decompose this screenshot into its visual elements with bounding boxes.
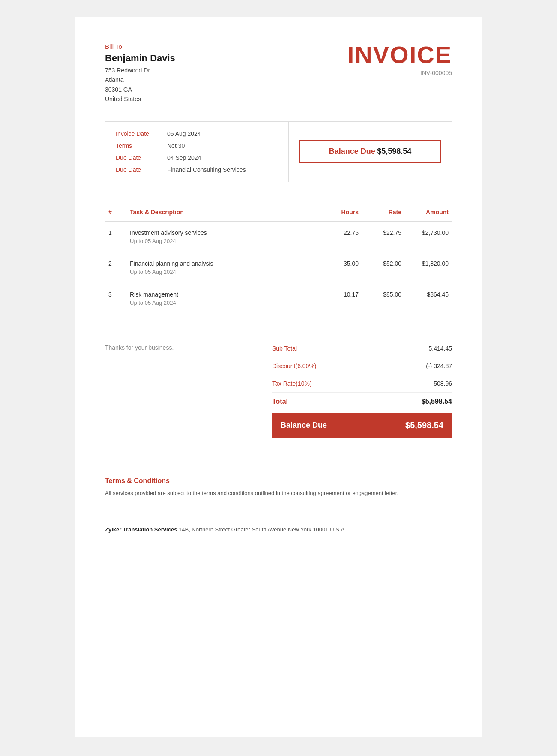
balance-due-box: Balance Due $5,598.54 <box>299 140 441 163</box>
client-name: Benjamin Davis <box>105 53 175 64</box>
col-header-hours: Hours <box>319 204 362 221</box>
page-footer: Zylker Translation Services 14B, Norther… <box>105 519 452 533</box>
balance-due-footer-label: Balance Due <box>281 421 327 430</box>
balance-due-footer-amount: $5,598.54 <box>405 420 443 430</box>
meta-value-subject: Financial Consulting Services <box>167 166 246 173</box>
meta-value-terms: Net 30 <box>167 142 185 149</box>
meta-value-due-date: 04 Sep 2024 <box>167 154 201 161</box>
meta-right: Balance Due $5,598.54 <box>289 122 452 182</box>
item-description: Investment advisory services Up to 05 Au… <box>126 221 319 252</box>
meta-label-terms: Terms <box>116 142 167 149</box>
invoice-page: Bill To Benjamin Davis 753 Redwood Dr At… <box>75 17 482 737</box>
thanks-message: Thanks for your business. <box>105 340 174 351</box>
item-number: 2 <box>105 252 126 283</box>
address-line3: 30301 GA <box>105 86 132 93</box>
bill-to-label: Bill To <box>105 43 175 50</box>
meta-value-invoice-date: 05 Aug 2024 <box>167 130 201 137</box>
total-value: $5,598.54 <box>422 398 452 405</box>
item-rate: $85.00 <box>362 283 405 314</box>
col-header-amount: Amount <box>405 204 452 221</box>
item-rate: $22.75 <box>362 221 405 252</box>
item-desc-sub: Up to 05 Aug 2024 <box>130 300 316 306</box>
footer-company-name: Zylker Translation Services <box>105 526 177 533</box>
discount-label: Discount(6.00%) <box>272 363 317 369</box>
item-amount: $1,820.00 <box>405 252 452 283</box>
terms-title: Terms & Conditions <box>105 477 452 485</box>
meta-left: Invoice Date 05 Aug 2024 Terms Net 30 Du… <box>105 122 289 182</box>
invoice-title: INVOICE <box>347 43 452 67</box>
totals-block: Sub Total 5,414.45 Discount(6.00%) (-) 3… <box>272 340 452 438</box>
item-hours: 22.75 <box>319 221 362 252</box>
table-row: 1 Investment advisory services Up to 05 … <box>105 221 452 252</box>
item-amount: $864.45 <box>405 283 452 314</box>
address-line4: United States <box>105 96 141 102</box>
subtotal-label: Sub Total <box>272 345 297 352</box>
footer-address: 14B, Northern Street Greater South Avenu… <box>179 526 344 533</box>
tax-row: Tax Rate(10%) 508.96 <box>272 375 452 393</box>
meta-row-due-date: Due Date 04 Sep 2024 <box>116 154 278 161</box>
discount-row: Discount(6.00%) (-) 324.87 <box>272 357 452 375</box>
balance-due-footer: Balance Due $5,598.54 <box>272 413 452 438</box>
invoice-title-block: INVOICE INV-000005 <box>347 43 452 76</box>
balance-due-amount: $5,598.54 <box>377 147 411 156</box>
table-row: 3 Risk management Up to 05 Aug 2024 10.1… <box>105 283 452 314</box>
terms-section: Terms & Conditions All services provided… <box>105 464 452 498</box>
col-header-hash: # <box>105 204 126 221</box>
item-desc-main: Risk management <box>130 291 316 298</box>
col-header-desc: Task & Description <box>126 204 319 221</box>
item-description: Risk management Up to 05 Aug 2024 <box>126 283 319 314</box>
meta-row-subject: Due Date Financial Consulting Services <box>116 166 278 173</box>
meta-row-invoice-date: Invoice Date 05 Aug 2024 <box>116 130 278 137</box>
subtotal-value: 5,414.45 <box>429 345 452 352</box>
meta-label-invoice-date: Invoice Date <box>116 130 167 137</box>
bill-to-block: Bill To Benjamin Davis 753 Redwood Dr At… <box>105 43 175 104</box>
meta-row-terms: Terms Net 30 <box>116 142 278 149</box>
item-rate: $52.00 <box>362 252 405 283</box>
table-header-row: # Task & Description Hours Rate Amount <box>105 204 452 221</box>
balance-due-label: Balance Due <box>329 147 375 156</box>
item-description: Financial planning and analysis Up to 05… <box>126 252 319 283</box>
tax-label: Tax Rate(10%) <box>272 380 312 387</box>
item-desc-main: Investment advisory services <box>130 229 316 236</box>
table-row: 2 Financial planning and analysis Up to … <box>105 252 452 283</box>
address-line2: Atlanta <box>105 76 124 83</box>
thanks-block: Thanks for your business. <box>105 340 174 351</box>
item-amount: $2,730.00 <box>405 221 452 252</box>
item-number: 3 <box>105 283 126 314</box>
tax-value: 508.96 <box>434 380 452 387</box>
totals-section: Thanks for your business. Sub Total 5,41… <box>105 331 452 438</box>
terms-text: All services provided are subject to the… <box>105 489 452 498</box>
meta-section: Invoice Date 05 Aug 2024 Terms Net 30 Du… <box>105 121 452 182</box>
col-header-rate: Rate <box>362 204 405 221</box>
total-row: Total $5,598.54 <box>272 393 452 411</box>
item-hours: 10.17 <box>319 283 362 314</box>
subtotal-row: Sub Total 5,414.45 <box>272 340 452 357</box>
total-label: Total <box>272 398 288 405</box>
item-hours: 35.00 <box>319 252 362 283</box>
invoice-number: INV-000005 <box>347 69 452 76</box>
client-address: 753 Redwood Dr Atlanta 30301 GA United S… <box>105 66 175 104</box>
item-desc-sub: Up to 05 Aug 2024 <box>130 269 316 275</box>
item-desc-sub: Up to 05 Aug 2024 <box>130 238 316 244</box>
discount-value: (-) 324.87 <box>426 363 452 369</box>
item-number: 1 <box>105 221 126 252</box>
item-desc-main: Financial planning and analysis <box>130 260 316 267</box>
header-section: Bill To Benjamin Davis 753 Redwood Dr At… <box>105 43 452 104</box>
items-table: # Task & Description Hours Rate Amount 1… <box>105 204 452 314</box>
meta-label-due-date: Due Date <box>116 154 167 161</box>
address-line1: 753 Redwood Dr <box>105 67 150 74</box>
meta-label-subject: Due Date <box>116 166 167 173</box>
